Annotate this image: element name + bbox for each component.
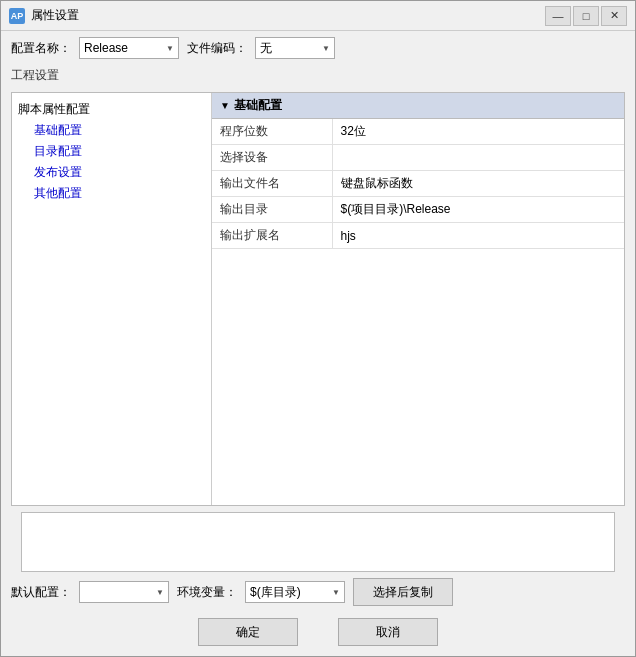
default-config-label: 默认配置： xyxy=(11,584,71,601)
default-config-dropdown[interactable]: ▼ xyxy=(79,581,169,603)
default-config-arrow: ▼ xyxy=(156,588,164,597)
tree-root: 脚本属性配置 xyxy=(18,99,205,120)
content-area: 工程设置 脚本属性配置 基础配置 目录配置 发布设置 其他配置 ▼ 基础配置 xyxy=(1,65,635,572)
bottom-bar: 默认配置： ▼ 环境变量： $(库目录) ▼ 选择后复制 xyxy=(1,572,635,612)
right-panel-header: ▼ 基础配置 xyxy=(212,93,624,119)
env-var-label: 环境变量： xyxy=(177,584,237,601)
table-row: 输出扩展名 hjs xyxy=(212,223,624,249)
title-bar: AP 属性设置 — □ ✕ xyxy=(1,1,635,31)
buttons-row: 确定 取消 xyxy=(1,612,635,656)
project-settings-label: 工程设置 xyxy=(11,65,625,86)
env-var-arrow: ▼ xyxy=(332,588,340,597)
tree-item-publish[interactable]: 发布设置 xyxy=(18,162,205,183)
file-encoding-arrow: ▼ xyxy=(322,44,330,53)
right-panel-content: 程序位数 32位 选择设备 输出文件名 键盘鼠标函数 xyxy=(212,119,624,505)
collapse-arrow[interactable]: ▼ xyxy=(220,100,230,111)
config-value-0[interactable]: 32位 xyxy=(332,119,624,145)
tree-item-basic[interactable]: 基础配置 xyxy=(18,120,205,141)
minimize-button[interactable]: — xyxy=(545,6,571,26)
config-key-1: 选择设备 xyxy=(212,145,332,171)
config-name-label: 配置名称： xyxy=(11,40,71,57)
file-encoding-value: 无 xyxy=(260,40,318,57)
config-key-2: 输出文件名 xyxy=(212,171,332,197)
tree-item-directory[interactable]: 目录配置 xyxy=(18,141,205,162)
config-key-0: 程序位数 xyxy=(212,119,332,145)
config-name-value: Release xyxy=(84,41,162,55)
main-window: AP 属性设置 — □ ✕ 配置名称： Release ▼ 文件编码： 无 ▼ … xyxy=(0,0,636,657)
config-name-dropdown[interactable]: Release ▼ xyxy=(79,37,179,59)
close-button[interactable]: ✕ xyxy=(601,6,627,26)
cancel-button[interactable]: 取消 xyxy=(338,618,438,646)
config-value-3[interactable]: $(项目目录)\Release xyxy=(332,197,624,223)
right-panel: ▼ 基础配置 程序位数 32位 选择设备 xyxy=(212,93,624,505)
config-table: 程序位数 32位 选择设备 输出文件名 键盘鼠标函数 xyxy=(212,119,624,249)
table-row: 输出文件名 键盘鼠标函数 xyxy=(212,171,624,197)
table-row: 选择设备 xyxy=(212,145,624,171)
tree-item-other[interactable]: 其他配置 xyxy=(18,183,205,204)
env-var-dropdown[interactable]: $(库目录) ▼ xyxy=(245,581,345,603)
config-key-4: 输出扩展名 xyxy=(212,223,332,249)
config-key-3: 输出目录 xyxy=(212,197,332,223)
table-row: 输出目录 $(项目目录)\Release xyxy=(212,197,624,223)
basic-config-header: 基础配置 xyxy=(234,97,282,114)
env-var-value: $(库目录) xyxy=(250,584,328,601)
copy-button[interactable]: 选择后复制 xyxy=(353,578,453,606)
table-row: 程序位数 32位 xyxy=(212,119,624,145)
file-encoding-dropdown[interactable]: 无 ▼ xyxy=(255,37,335,59)
description-area xyxy=(21,512,615,572)
left-panel: 脚本属性配置 基础配置 目录配置 发布设置 其他配置 xyxy=(12,93,212,505)
main-panel: 脚本属性配置 基础配置 目录配置 发布设置 其他配置 ▼ 基础配置 程序位数 xyxy=(11,92,625,506)
config-name-arrow: ▼ xyxy=(166,44,174,53)
app-icon: AP xyxy=(9,8,25,24)
toolbar: 配置名称： Release ▼ 文件编码： 无 ▼ xyxy=(1,31,635,65)
window-title: 属性设置 xyxy=(31,7,545,24)
config-value-1[interactable] xyxy=(332,145,624,171)
config-value-2[interactable]: 键盘鼠标函数 xyxy=(332,171,624,197)
maximize-button[interactable]: □ xyxy=(573,6,599,26)
config-value-4[interactable]: hjs xyxy=(332,223,624,249)
file-encoding-label: 文件编码： xyxy=(187,40,247,57)
window-controls: — □ ✕ xyxy=(545,6,627,26)
confirm-button[interactable]: 确定 xyxy=(198,618,298,646)
